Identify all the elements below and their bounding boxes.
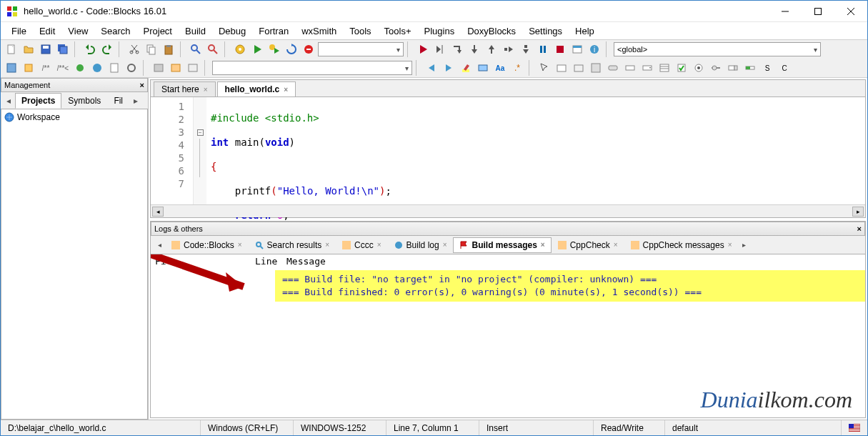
- tab-search-results[interactable]: Search results×: [249, 237, 336, 253]
- build-icon[interactable]: [232, 41, 248, 57]
- doxy-html-icon[interactable]: [89, 60, 105, 76]
- rebuild-icon[interactable]: [284, 41, 299, 57]
- scroll-right-icon[interactable]: ▸: [852, 207, 864, 217]
- step-into-icon[interactable]: [467, 41, 482, 57]
- tab-cppcheck[interactable]: CppCheck×: [552, 237, 624, 253]
- break-debugger-icon[interactable]: [535, 41, 551, 57]
- save-all-icon[interactable]: [55, 41, 71, 57]
- stop-debugger-icon[interactable]: [552, 41, 568, 57]
- debug-run-icon[interactable]: [415, 41, 431, 57]
- scroll-left-icon[interactable]: ◂: [152, 207, 164, 217]
- jump-fwd-icon[interactable]: [441, 60, 457, 76]
- fold-toggle-icon[interactable]: −: [197, 129, 204, 136]
- tab-codeblocks[interactable]: Code::Blocks×: [165, 237, 249, 253]
- open-file-icon[interactable]: [21, 41, 36, 57]
- menu-doxyblocks[interactable]: DoxyBlocks: [461, 24, 522, 39]
- close-button[interactable]: [834, 1, 867, 22]
- menu-toolsplus[interactable]: Tools+: [378, 24, 418, 39]
- next-instr-icon[interactable]: [501, 41, 517, 57]
- menu-edit[interactable]: Edit: [33, 24, 61, 39]
- menu-view[interactable]: View: [61, 24, 94, 39]
- save-icon[interactable]: [38, 41, 54, 57]
- insert-text-icon[interactable]: [622, 60, 638, 76]
- ft-clean-icon[interactable]: [185, 60, 201, 76]
- insert-gauge-icon[interactable]: [742, 60, 758, 76]
- run-icon[interactable]: [249, 41, 265, 57]
- insert-list-icon[interactable]: [657, 60, 672, 76]
- logs-close-icon[interactable]: ×: [857, 224, 862, 233]
- close-icon[interactable]: ×: [284, 86, 288, 94]
- tab-build-log[interactable]: Build log×: [388, 237, 454, 253]
- maximize-button[interactable]: [802, 1, 834, 22]
- redo-icon[interactable]: [99, 41, 115, 57]
- doxy-block-comment-icon[interactable]: /**: [38, 60, 54, 76]
- close-icon[interactable]: ×: [377, 241, 381, 249]
- insert-frame-icon[interactable]: [571, 60, 587, 76]
- copy-icon[interactable]: [144, 41, 159, 57]
- abort-icon[interactable]: [301, 41, 316, 57]
- insert-custom-icon[interactable]: C: [777, 60, 792, 76]
- tab-build-messages[interactable]: Build messages×: [453, 237, 551, 253]
- ft-build-icon[interactable]: [151, 60, 166, 76]
- doxy-line-comment-icon[interactable]: /**<: [55, 60, 71, 76]
- scope-combo[interactable]: <global>: [614, 42, 821, 56]
- match-case-icon[interactable]: Aa: [492, 60, 508, 76]
- code-editor[interactable]: 1234567 − #include <stdio.h> int main(vo…: [151, 97, 865, 204]
- minimize-button[interactable]: [769, 1, 802, 22]
- ft-rebuild-icon[interactable]: [168, 60, 184, 76]
- next-line-icon[interactable]: [449, 41, 465, 57]
- build-messages-body[interactable]: File Line Message === Build file: "no ta…: [151, 254, 865, 417]
- undo-icon[interactable]: [82, 41, 98, 57]
- insert-static-icon[interactable]: S: [759, 60, 775, 76]
- debug-windows-icon[interactable]: [569, 41, 585, 57]
- menu-wxsmith[interactable]: wxSmith: [295, 24, 343, 39]
- new-file-icon[interactable]: [4, 41, 19, 57]
- insert-slider-icon[interactable]: [708, 60, 724, 76]
- insert-check-icon[interactable]: [674, 60, 689, 76]
- insert-spin-icon[interactable]: [725, 60, 741, 76]
- menu-settings[interactable]: Settings: [522, 24, 569, 39]
- doxy-extract-icon[interactable]: [21, 60, 36, 76]
- doxy-config-icon[interactable]: [124, 60, 139, 76]
- step-into-instr-icon[interactable]: [518, 41, 534, 57]
- tab-symbols[interactable]: Symbols: [61, 93, 107, 109]
- menu-fortran[interactable]: Fortran: [252, 24, 295, 39]
- run-to-cursor-icon[interactable]: [432, 41, 448, 57]
- workspace-node[interactable]: Workspace: [4, 112, 144, 122]
- close-icon[interactable]: ×: [443, 241, 447, 249]
- menu-plugins[interactable]: Plugins: [418, 24, 462, 39]
- find-icon[interactable]: [188, 41, 204, 57]
- cut-icon[interactable]: [126, 41, 142, 57]
- logs-tab-next-icon[interactable]: ▸: [738, 241, 749, 249]
- doxy-chm-icon[interactable]: [106, 60, 122, 76]
- menu-debug[interactable]: Debug: [212, 24, 252, 39]
- close-icon[interactable]: ×: [325, 241, 329, 249]
- regex-icon[interactable]: .*: [509, 60, 525, 76]
- replace-icon[interactable]: [205, 41, 221, 57]
- step-out-icon[interactable]: [484, 41, 499, 57]
- paste-icon[interactable]: [161, 41, 176, 57]
- selected-text-icon[interactable]: [475, 60, 491, 76]
- tab-start-here[interactable]: Start here×: [154, 81, 216, 96]
- insert-button-icon[interactable]: [605, 60, 621, 76]
- build-target-combo[interactable]: [318, 42, 404, 56]
- menu-tools[interactable]: Tools: [343, 24, 377, 39]
- close-icon[interactable]: ×: [728, 241, 732, 249]
- editor-hscrollbar[interactable]: ◂ ▸: [151, 204, 865, 217]
- insert-dialog-icon[interactable]: [554, 60, 569, 76]
- management-close-icon[interactable]: ×: [140, 81, 144, 89]
- close-icon[interactable]: ×: [614, 241, 618, 249]
- doxy-wizard-icon[interactable]: [4, 60, 19, 76]
- insert-radio-icon[interactable]: [691, 60, 707, 76]
- menu-search[interactable]: Search: [94, 24, 136, 39]
- insert-panel-icon[interactable]: [588, 60, 604, 76]
- doxy-run-icon[interactable]: [72, 60, 88, 76]
- jump-combo[interactable]: [212, 61, 412, 75]
- menu-project[interactable]: Project: [137, 24, 179, 39]
- tab-files[interactable]: Fil: [107, 93, 129, 109]
- menu-help[interactable]: Help: [569, 24, 601, 39]
- build-run-icon[interactable]: [266, 41, 282, 57]
- tab-projects[interactable]: Projects: [15, 93, 61, 109]
- insert-combo-icon[interactable]: [639, 60, 655, 76]
- mgmt-tab-next-icon[interactable]: ▸: [129, 96, 142, 106]
